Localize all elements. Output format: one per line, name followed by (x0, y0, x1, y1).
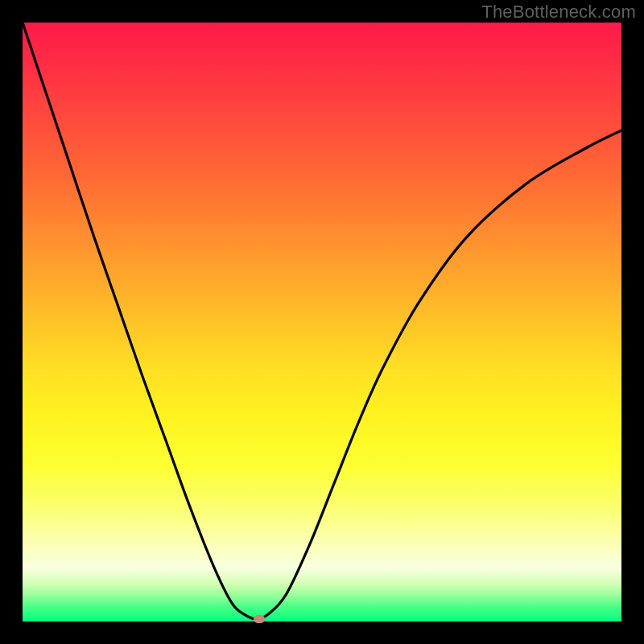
plot-background-gradient (23, 23, 621, 621)
attribution-text: TheBottleneck.com (481, 2, 636, 23)
optimal-point-marker (254, 615, 265, 623)
chart-frame: TheBottleneck.com (0, 0, 644, 644)
